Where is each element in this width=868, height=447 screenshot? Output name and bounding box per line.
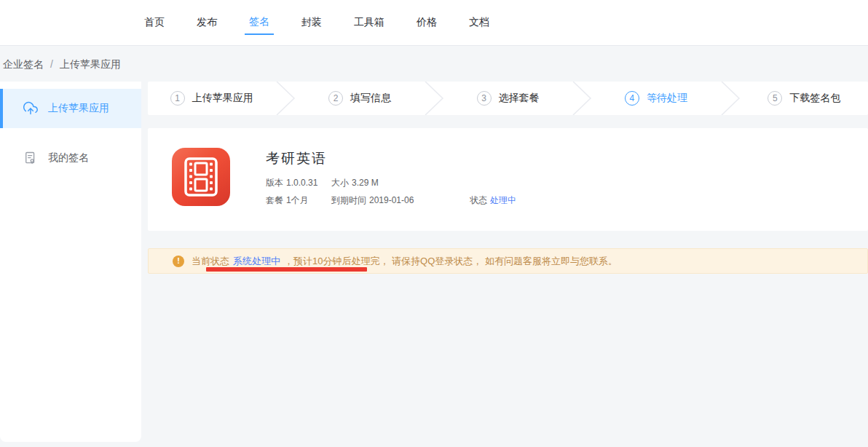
step-choose-plan: 3 选择套餐 bbox=[444, 82, 572, 115]
breadcrumb-item-enterprise-signature[interactable]: 企业签名 bbox=[3, 58, 44, 70]
nav-item-label: 工具箱 bbox=[350, 12, 389, 34]
steps-bar: 1 上传苹果应用 2 填写信息 3 选择套餐 4 等待处理 bbox=[148, 82, 868, 115]
chevron-right-icon bbox=[424, 82, 444, 115]
step-label: 下载签名包 bbox=[789, 92, 840, 105]
step-number: 1 bbox=[170, 91, 185, 106]
field-value: 1.0.0.31 bbox=[286, 178, 317, 188]
field-value: 3.29 M bbox=[352, 178, 379, 188]
app-status-field: 状态处理中 bbox=[470, 194, 516, 207]
field-label: 版本 bbox=[266, 178, 283, 188]
breadcrumb-item-current: 上传苹果应用 bbox=[60, 58, 121, 70]
sidebar: 上传苹果应用 我的签名 bbox=[0, 82, 141, 442]
breadcrumb: 企业签名/上传苹果应用 bbox=[3, 58, 121, 71]
field-label: 状态 bbox=[470, 195, 487, 205]
step-number: 4 bbox=[625, 91, 639, 106]
cloud-upload-icon bbox=[23, 101, 38, 116]
app-expire-field: 到期时间2019-01-06 bbox=[331, 194, 470, 207]
nav-item-signature[interactable]: 签名 bbox=[245, 11, 274, 35]
alert-status-link[interactable]: 系统处理中 bbox=[233, 255, 280, 268]
sidebar-item-my-signatures[interactable]: 我的签名 bbox=[0, 138, 141, 178]
step-number: 2 bbox=[328, 91, 343, 106]
my-signature-icon bbox=[23, 151, 38, 165]
breadcrumb-separator: / bbox=[50, 58, 53, 70]
chevron-right-icon bbox=[572, 82, 592, 115]
nav-item-toolbox[interactable]: 工具箱 bbox=[350, 12, 389, 34]
nav-item-label: 首页 bbox=[140, 12, 169, 34]
alert-suffix-text: ，预计10分钟后处理完， 请保持QQ登录状态， 如有问题客服将立即与您联系。 bbox=[284, 255, 618, 268]
nav-item-label: 签名 bbox=[245, 11, 274, 35]
nav-item-docs[interactable]: 文档 bbox=[465, 12, 494, 34]
red-underline-annotation bbox=[206, 267, 367, 272]
chevron-right-icon bbox=[275, 82, 296, 115]
step-download-package: 5 下载签名包 bbox=[741, 82, 868, 115]
status-badge: 处理中 bbox=[490, 195, 516, 205]
step-fill-info: 2 填写信息 bbox=[296, 82, 423, 115]
app-info: 考研英语 版本1.0.0.31 大小3.29 M 套餐1个月 到期时间2019-… bbox=[266, 148, 516, 231]
sidebar-item-label: 上传苹果应用 bbox=[48, 102, 109, 115]
app-size-field: 大小3.29 M bbox=[331, 177, 470, 189]
warning-icon: ! bbox=[173, 256, 184, 267]
step-number: 5 bbox=[768, 91, 782, 106]
step-wait-processing: 4 等待处理 bbox=[592, 82, 719, 115]
step-upload-app: 1 上传苹果应用 bbox=[148, 82, 275, 115]
step-label: 等待处理 bbox=[647, 92, 687, 105]
app-icon bbox=[172, 148, 230, 206]
sidebar-item-label: 我的签名 bbox=[48, 151, 89, 165]
film-icon bbox=[184, 157, 218, 197]
app-plan-field: 套餐1个月 bbox=[266, 194, 331, 207]
field-label: 大小 bbox=[331, 178, 349, 188]
step-label: 选择套餐 bbox=[499, 92, 540, 105]
app-version-field: 版本1.0.0.31 bbox=[266, 177, 331, 189]
field-label: 到期时间 bbox=[331, 195, 366, 205]
top-header: 首页 发布 签名 封装 工具箱 价格 文档 bbox=[0, 0, 868, 46]
app-title: 考研英语 bbox=[266, 149, 516, 168]
nav-item-label: 价格 bbox=[412, 12, 441, 34]
alert-prefix-text: 当前状态 bbox=[192, 255, 229, 268]
nav-item-label: 文档 bbox=[465, 12, 494, 34]
nav-item-publish[interactable]: 发布 bbox=[192, 12, 221, 34]
nav-item-package[interactable]: 封装 bbox=[297, 12, 326, 34]
nav-item-home[interactable]: 首页 bbox=[140, 12, 169, 34]
app-fields-row-2: 套餐1个月 到期时间2019-01-06 状态处理中 bbox=[266, 194, 516, 207]
field-value: 2019-01-06 bbox=[369, 195, 414, 205]
step-label: 填写信息 bbox=[350, 92, 391, 105]
chevron-right-icon bbox=[720, 82, 741, 115]
app-card: 考研英语 版本1.0.0.31 大小3.29 M 套餐1个月 到期时间2019-… bbox=[148, 128, 868, 231]
nav-item-label: 发布 bbox=[192, 12, 221, 34]
page: 首页 发布 签名 封装 工具箱 价格 文档 企业签名/上传苹果应用 bbox=[0, 0, 868, 447]
nav-item-pricing[interactable]: 价格 bbox=[412, 12, 441, 34]
field-value: 1个月 bbox=[286, 195, 309, 205]
field-label: 套餐 bbox=[266, 195, 283, 205]
main-nav: 首页 发布 签名 封装 工具箱 价格 文档 bbox=[140, 0, 868, 45]
step-number: 3 bbox=[477, 91, 492, 106]
main-content: 1 上传苹果应用 2 填写信息 3 选择套餐 4 等待处理 bbox=[148, 82, 868, 274]
step-label: 上传苹果应用 bbox=[192, 92, 253, 105]
app-fields-row-1: 版本1.0.0.31 大小3.29 M bbox=[266, 177, 516, 189]
sidebar-item-upload-apple-app[interactable]: 上传苹果应用 bbox=[0, 89, 141, 128]
nav-item-label: 封装 bbox=[297, 12, 326, 34]
